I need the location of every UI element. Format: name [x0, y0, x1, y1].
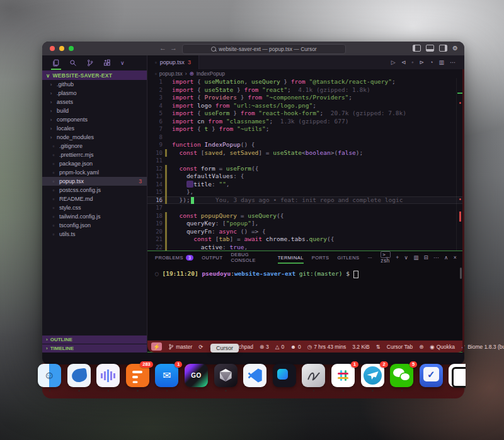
toggle-primary-sidebar-icon[interactable]	[413, 45, 421, 52]
shell-indicator[interactable]: >_ zsh	[381, 251, 391, 264]
timeline-section[interactable]: › TIMELINE	[42, 344, 147, 353]
code-line-10[interactable]: 10 const [saved, setSaved] = useState<bo…	[147, 149, 464, 157]
dock-icon-telegram[interactable]: 2	[361, 364, 384, 387]
minimize-button[interactable]	[59, 46, 64, 51]
search-view-icon[interactable]	[69, 59, 77, 67]
status-sync[interactable]: ⟳	[198, 344, 203, 350]
tree-item-postcss-config-js[interactable]: ▫postcss.config.js	[42, 186, 147, 195]
status-biome[interactable]: ✓Biome 1.8.3 (bundled)	[461, 344, 504, 350]
status-warnings[interactable]: △0	[275, 344, 284, 350]
panel-tab-debug-console[interactable]: DEBUG CONSOLE	[231, 251, 269, 264]
terminal-dropdown-icon[interactable]: ∨	[404, 254, 409, 261]
tree-item-package-json[interactable]: ▫package.json	[42, 159, 147, 168]
tree-item-node-modules[interactable]: ›node_modules	[42, 133, 147, 142]
run-icon[interactable]: ▷	[391, 59, 396, 65]
close-button[interactable]	[50, 46, 55, 51]
dock-icon-finder[interactable]: ☺	[38, 364, 61, 387]
code-line-7[interactable]: 7import { t } from "~utils";	[147, 125, 464, 133]
code-line-5[interactable]: 5import { useForm } from "react-hook-for…	[147, 110, 464, 118]
code-line-13[interactable]: 13 defaultValues: {	[147, 172, 464, 181]
dock-icon-wechat[interactable]: 5	[390, 364, 413, 387]
close-panel-icon[interactable]: ×	[454, 254, 457, 261]
terminal[interactable]: ○ [19:11:20] pseudoyu:website-saver-ext …	[147, 264, 464, 278]
code-line-19[interactable]: 19 queryKey: ["popup"],	[147, 220, 464, 228]
tab-popup-tsx[interactable]: ▫ popup.tsx 3	[147, 55, 199, 69]
code-line-11[interactable]: 11	[147, 157, 464, 165]
dock-icon-waveform[interactable]	[96, 364, 120, 387]
tree-item-build[interactable]: ›build	[42, 106, 147, 115]
explorer-icon[interactable]	[52, 59, 60, 67]
code-line-16[interactable]: 16 }); You, 3 days ago • feat: init repo…	[147, 196, 464, 205]
status-cursor-tab[interactable]: Cursor Tab	[387, 344, 413, 350]
tree-item-assets[interactable]: ›assets	[42, 98, 147, 106]
panel-tab-gitlens[interactable]: GITLENS	[337, 251, 359, 264]
breadcrumb[interactable]: ▫ popup.tsx › ⊛ IndexPopup	[147, 69, 464, 78]
dock-icon-slack[interactable]: 1	[331, 364, 355, 387]
tree-item-pnpm-lock-yaml[interactable]: ▫pnpm-lock.yaml	[42, 168, 147, 177]
tree-item-popup-tsx[interactable]: ▫popup.tsx3	[42, 177, 147, 186]
dock-icon-mail[interactable]: ✉1	[155, 364, 178, 387]
status-git-branch[interactable]: master	[168, 344, 192, 350]
more-icon[interactable]: ⋯	[433, 254, 439, 261]
code-line-8[interactable]: 8	[147, 133, 464, 142]
dock-icon-things[interactable]: ✓	[420, 364, 443, 387]
dot-icon[interactable]: ◦	[411, 59, 413, 65]
tree-item--plasmo[interactable]: ›.plasmo	[42, 89, 147, 98]
code-line-18[interactable]: 18 const popupQuery = useQuery({	[147, 212, 464, 220]
zoom-button[interactable]	[69, 46, 74, 51]
more-actions-icon[interactable]: ⋯	[450, 59, 455, 65]
code-line-20[interactable]: 20 queryFn: async () => {	[147, 228, 464, 236]
dock-icon-scribble[interactable]	[302, 364, 325, 387]
code-line-17[interactable]: 17	[147, 204, 464, 212]
back-icon[interactable]: ←	[159, 44, 170, 52]
split-editor-icon[interactable]: ▥	[438, 59, 444, 65]
code-line-4[interactable]: 4import logo from "url:~assets/logo.png"…	[147, 102, 464, 110]
dock-icon-goland[interactable]: GO	[185, 364, 208, 387]
code-line-3[interactable]: 3import { Providers } from "~components/…	[147, 94, 464, 102]
code-line-9[interactable]: 9function IndexPopup() {	[147, 141, 464, 149]
code-editor[interactable]: 1import { useMutation, useQuery } from "…	[147, 78, 464, 251]
source-control-icon[interactable]	[86, 59, 94, 67]
status-file-size[interactable]: 3.2 KiB	[352, 344, 369, 350]
tree-item-tsconfig-json[interactable]: ▫tsconfig.json	[42, 221, 147, 230]
code-line-2[interactable]: 2import { useState } from "react"; 4.1k …	[147, 86, 464, 94]
split-terminal-icon[interactable]: ▥	[413, 254, 418, 261]
toggle-secondary-sidebar-icon[interactable]	[439, 45, 447, 52]
code-line-12[interactable]: 12 const form = useForm({	[147, 165, 464, 173]
tree-item-components[interactable]: ›components	[42, 115, 147, 124]
tree-item--prettierrc-mjs[interactable]: ▫.prettierrc.mjs	[42, 150, 147, 159]
dock-icon-thunderbird[interactable]	[67, 364, 91, 387]
status-feedback-count[interactable]: ☻0	[290, 344, 301, 350]
terminal-scrollbar[interactable]	[460, 268, 462, 279]
new-terminal-icon[interactable]: +	[396, 254, 399, 261]
tree-item-locales[interactable]: ›locales	[42, 124, 147, 133]
tree-item-style-css[interactable]: ▫style.css	[42, 203, 147, 212]
toggle-panel-icon[interactable]	[426, 45, 434, 52]
dock-icon-vscode[interactable]	[243, 364, 266, 387]
settings-gear-icon[interactable]: ⚙	[452, 45, 458, 51]
tree-item-README-md[interactable]: ▫README.md	[42, 195, 147, 203]
tree-item--github[interactable]: ›.github	[42, 80, 147, 89]
status-git-compare[interactable]: ⇅	[376, 344, 381, 350]
dock-icon-cursor-app[interactable]	[214, 364, 238, 387]
kill-terminal-icon[interactable]: ⊟	[424, 254, 429, 261]
panel-tab-output[interactable]: OUTPUT	[202, 251, 222, 264]
dock-icon-reader[interactable]: 283	[126, 364, 149, 387]
status-errors[interactable]: ⊗3	[260, 344, 269, 350]
titlebar[interactable]: ←→ website-saver-ext — popup.tsx — Curso…	[42, 42, 464, 55]
status-wakatime[interactable]: ◷7 hrs 43 mins	[307, 344, 346, 350]
status-remote[interactable]: ⚡	[151, 342, 162, 351]
code-line-21[interactable]: 21 const [tab] = await chrome.tabs.query…	[147, 235, 464, 244]
workspace-root[interactable]: ∨ WEBSITE-SAVER-EXT	[42, 71, 147, 80]
window-title-search[interactable]: website-saver-ext — popup.tsx — Cursor	[182, 44, 346, 54]
code-line-14[interactable]: 14 title: "",	[147, 181, 464, 189]
panel-tab-terminal[interactable]: TERMINAL	[278, 251, 304, 264]
nav-back-icon[interactable]: ⊲	[401, 59, 406, 65]
tree-item--gitignore[interactable]: ▫.gitignore	[42, 142, 147, 150]
status-gitlens[interactable]: ⊛	[419, 344, 423, 350]
panel-tab--[interactable]: ⋯	[367, 251, 372, 264]
history-nav[interactable]: ←→	[159, 44, 181, 52]
tree-item-utils-ts[interactable]: ▫utils.ts	[42, 230, 147, 239]
panel-tab-problems[interactable]: PROBLEMS3	[155, 251, 193, 264]
outline-section[interactable]: › OUTLINE	[42, 336, 147, 344]
